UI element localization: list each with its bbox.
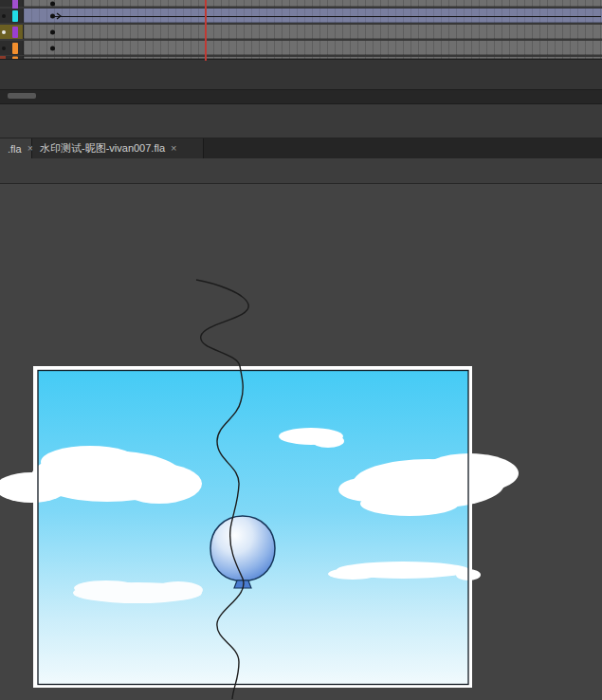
- cloud-bottom-left[interactable]: [73, 580, 203, 603]
- panel-scroll-strip[interactable]: [0, 90, 602, 104]
- layer-color-swatch: [12, 10, 18, 22]
- close-tab-icon[interactable]: ×: [171, 143, 176, 154]
- document-tab-active[interactable]: .fla ×: [0, 138, 32, 158]
- timeline-row[interactable]: [24, 0, 602, 7]
- keyframe-dot: [50, 46, 55, 50]
- tween-span-line: [55, 16, 601, 17]
- edit-bar: [0, 158, 602, 184]
- layer-header[interactable]: [0, 41, 24, 55]
- document-tab[interactable]: 水印测试-昵图-vivan007.fla ×: [32, 138, 204, 158]
- timeline-row-tween[interactable]: [24, 9, 602, 23]
- layer-outline-dot: [2, 14, 6, 18]
- layer-header[interactable]: [0, 0, 24, 7]
- document-tab-bar: .fla × 水印测试-昵图-vivan007.fla ×: [0, 138, 602, 158]
- layer-color-swatch: [12, 43, 18, 54]
- keyframe-dot: [50, 29, 55, 34]
- keyframe-dot: [50, 1, 55, 6]
- layer-header-selected[interactable]: [0, 25, 24, 39]
- timeline-frames-panel[interactable]: [0, 0, 602, 59]
- tween-arrow-icon: [56, 12, 62, 20]
- timeline-status-bar: 24 24.00 fps 1.0s: [0, 59, 602, 90]
- flash-application-window: 24 24.00 fps 1.0s: [0, 0, 602, 700]
- tools-toolbar: T: [0, 104, 602, 138]
- timeline-row[interactable]: [24, 41, 602, 55]
- playhead[interactable]: [205, 0, 207, 61]
- layer-color-swatch: [12, 27, 18, 38]
- tab-label: 水印测试-昵图-vivan007.fla: [40, 141, 165, 156]
- stage-pasteboard[interactable]: [0, 184, 602, 700]
- layer-outline-dot: [2, 46, 6, 50]
- layer-visibility-dot: [2, 30, 6, 34]
- tab-label: .fla: [8, 143, 22, 155]
- scrollbar-thumb[interactable]: [8, 93, 36, 99]
- timeline-row[interactable]: [24, 25, 602, 39]
- layer-header[interactable]: [0, 9, 24, 23]
- stage-scene[interactable]: [0, 184, 602, 700]
